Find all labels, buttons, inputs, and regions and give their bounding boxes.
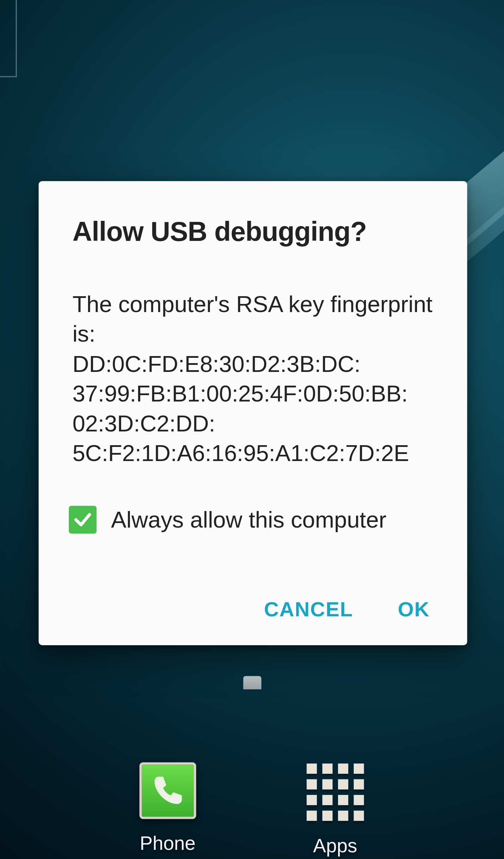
checkbox-label: Always allow this computer [111, 507, 386, 533]
dialog-title: Allow USB debugging? [73, 216, 434, 248]
cancel-button[interactable]: CANCEL [263, 594, 354, 625]
dock-label-apps: Apps [313, 835, 357, 857]
dock-item-apps[interactable]: Apps [306, 762, 365, 857]
dialog-body-text: The computer's RSA key fingerprint is: D… [73, 290, 434, 469]
dialog-actions: CANCEL OK [73, 594, 434, 625]
dock: Phone Apps [0, 762, 504, 857]
always-allow-checkbox-row[interactable]: Always allow this computer [69, 506, 433, 534]
home-indicator-icon [243, 676, 261, 689]
dock-label-phone: Phone [140, 832, 196, 854]
checkbox-checked-icon[interactable] [69, 506, 97, 534]
ok-button[interactable]: OK [397, 594, 431, 625]
phone-icon [139, 762, 196, 819]
usb-debugging-dialog: Allow USB debugging? The computer's RSA … [39, 181, 467, 645]
dock-item-phone[interactable]: Phone [139, 762, 196, 857]
screenshot-corner-artifact [0, 0, 17, 77]
apps-grid-icon [306, 762, 365, 821]
